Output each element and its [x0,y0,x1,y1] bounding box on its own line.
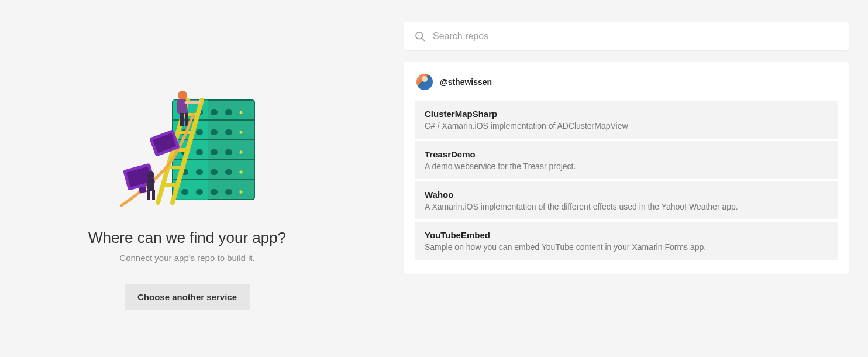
repo-item[interactable]: YouTubeEmbed Sample on how you can embed… [415,222,838,260]
svg-rect-26 [225,189,232,195]
svg-rect-13 [211,129,218,135]
username: @sthewissen [440,77,492,87]
svg-rect-12 [196,129,203,135]
left-panel: Where can we find your app? Connect your… [0,0,374,357]
page-subheading: Connect your app's repo to build it. [119,253,254,263]
repo-name: ClusterMapSharp [425,109,828,119]
avatar [416,74,433,90]
repo-desc: A demo webservice for the Treasr project… [425,162,828,171]
repo-list: ClusterMapSharp C# / Xamarin.iOS impleme… [415,101,838,260]
search-box[interactable] [404,22,849,50]
server-illustration [94,83,281,211]
svg-point-30 [240,170,243,173]
repo-desc: A Xamarin.iOS implementation of the diff… [425,202,828,211]
svg-rect-17 [211,149,218,155]
repo-item[interactable]: ClusterMapSharp C# / Xamarin.iOS impleme… [415,101,838,139]
svg-point-27 [240,111,243,114]
svg-point-28 [240,131,243,133]
repos-card: @sthewissen ClusterMapSharp C# / Xamarin… [404,62,849,274]
svg-rect-50 [147,178,154,191]
repo-name: YouTubeEmbed [425,230,828,240]
svg-line-54 [422,38,424,40]
svg-rect-18 [225,149,232,155]
svg-rect-23 [181,189,188,195]
svg-point-39 [178,91,187,100]
user-row: @sthewissen [415,74,838,90]
choose-button-label: Choose another service [137,292,237,302]
right-panel: @sthewissen ClusterMapSharp C# / Xamarin… [374,0,868,357]
svg-rect-24 [196,189,203,195]
search-input[interactable] [433,31,839,42]
svg-point-29 [240,150,243,153]
svg-rect-25 [211,189,218,195]
search-icon [414,30,426,42]
svg-rect-22 [225,169,232,175]
repo-desc: C# / Xamarin.iOS implementation of ADClu… [425,121,828,131]
svg-rect-51 [147,190,150,200]
repo-item[interactable]: Wahoo A Xamarin.iOS implementation of th… [415,181,838,219]
svg-point-49 [147,171,154,179]
page-heading: Where can we find your app? [88,229,286,247]
svg-rect-40 [177,99,187,114]
svg-rect-41 [180,113,184,126]
svg-rect-42 [185,113,188,126]
repo-name: Wahoo [425,190,828,200]
svg-rect-9 [211,109,218,115]
svg-rect-10 [225,109,232,115]
svg-rect-16 [196,149,203,155]
svg-rect-20 [196,169,203,175]
repo-desc: Sample on how you can embed YouTube cont… [425,242,828,252]
svg-rect-14 [225,129,232,135]
repo-item[interactable]: TreasrDemo A demo webservice for the Tre… [415,141,838,179]
choose-another-service-button[interactable]: Choose another service [125,284,250,310]
svg-rect-21 [211,169,218,175]
svg-point-31 [240,190,243,193]
svg-rect-52 [152,190,155,200]
repo-name: TreasrDemo [425,149,828,159]
